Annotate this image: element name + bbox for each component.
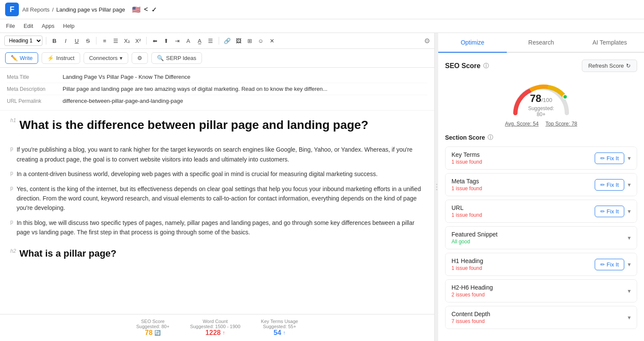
fix-it-button-0[interactable]: ✏ Fix It <box>595 153 624 164</box>
unordered-list-button[interactable]: ☰ <box>111 36 120 45</box>
score-item-chevron-4[interactable]: ▾ <box>628 261 631 268</box>
score-item-header-5[interactable]: H2-H6 Heading 2 issues found ▾ <box>445 280 637 302</box>
instruct-button[interactable]: ⚡ Instruct <box>42 52 80 64</box>
score-item-status-4: 1 issue found <box>451 265 483 271</box>
score-item-chevron-3[interactable]: ▾ <box>628 234 631 241</box>
flag-icon[interactable]: 🇺🇸 <box>132 6 141 14</box>
menu-file[interactable]: File <box>5 21 16 31</box>
score-item-header-2[interactable]: URL 1 issue found ✏ Fix It ▾ <box>445 200 637 222</box>
meta-title-label: Meta Title <box>7 74 63 80</box>
clear-format-button[interactable]: ✕ <box>267 36 277 45</box>
content-area[interactable]: h1 What is the difference between pillar… <box>0 111 434 314</box>
menu-apps[interactable]: Apps <box>41 21 55 31</box>
meta-desc-value[interactable]: Pillar page and landing page are two ama… <box>63 86 427 92</box>
section-info-icon[interactable]: ⓘ <box>488 134 493 141</box>
top-score-stat: Top Score: 78 <box>545 121 577 127</box>
settings-button[interactable]: ⚙ <box>132 52 148 64</box>
subscript-button[interactable]: X₂ <box>122 36 132 45</box>
paragraph-2[interactable]: pYes, content is the king of the interne… <box>10 184 424 213</box>
fix-it-button-2[interactable]: ✏ Fix It <box>595 206 624 217</box>
indent-button[interactable]: ⇥ <box>172 36 182 45</box>
paragraph-0[interactable]: pIf you're publishing a blog, you want t… <box>10 145 424 164</box>
p-text-2: Yes, content is the king of the internet… <box>17 184 424 213</box>
refresh-icon[interactable]: 🔄 <box>154 330 161 336</box>
meta-title-value[interactable]: Landing Page Vs Pillar Page - Know The D… <box>63 74 427 80</box>
menu-edit[interactable]: Edit <box>23 21 34 31</box>
underline-button[interactable]: U <box>72 36 81 45</box>
score-item-chevron-5[interactable]: ▾ <box>628 287 631 294</box>
score-item-header-6[interactable]: Content Depth 7 issues found ▾ <box>445 306 637 329</box>
highlight-button[interactable]: A <box>184 36 193 45</box>
tab-research[interactable]: Research <box>507 33 575 53</box>
meta-desc-label: Meta Description <box>7 86 63 92</box>
score-item-h2-h6-heading: H2-H6 Heading 2 issues found ▾ <box>445 279 637 302</box>
all-reports-link[interactable]: All Reports <box>22 6 50 13</box>
seo-info-icon[interactable]: ⓘ <box>483 62 489 70</box>
content-h1[interactable]: What is the difference between pillar pa… <box>19 117 368 133</box>
align-justify-button[interactable]: ☰ <box>206 36 215 45</box>
score-item-status-6: 7 issues found <box>451 318 490 324</box>
superscript-button[interactable]: X² <box>133 36 143 45</box>
tab-ai-templates[interactable]: AI Templates <box>575 33 644 53</box>
paragraph-3[interactable]: pIn this blog, we will discuss two speci… <box>10 218 424 237</box>
score-item-right-5: ▾ <box>628 287 631 294</box>
top-score-link[interactable]: Top Score: 78 <box>545 121 577 127</box>
check-icon[interactable]: ✓ <box>151 6 157 14</box>
score-item-left-5: H2-H6 Heading 2 issues found <box>451 284 493 298</box>
score-item-chevron-6[interactable]: ▾ <box>628 314 631 321</box>
seo-score-stat: SEO Score Suggested: 80+ 78 🔄 <box>136 319 169 337</box>
ordered-list-button[interactable]: ≡ <box>100 36 109 45</box>
toolbar-sep-3 <box>146 37 147 45</box>
connectors-button[interactable]: Connectors ▾ <box>84 52 128 64</box>
score-item-chevron-2[interactable]: ▾ <box>628 208 631 215</box>
resize-handle[interactable] <box>435 33 438 341</box>
score-item-chevron-0[interactable]: ▾ <box>628 155 631 162</box>
app-logo: F <box>5 3 19 16</box>
score-item-status-1: 1 issue found <box>451 185 482 191</box>
seo-score-suggested: Suggested: 80+ <box>136 324 169 329</box>
score-item-header-1[interactable]: Meta Tags 1 issue found ✏ Fix It ▾ <box>445 173 637 196</box>
align-left-button[interactable]: ⬅ <box>150 36 159 45</box>
score-item-name-2: URL <box>451 204 482 211</box>
score-item-chevron-1[interactable]: ▾ <box>628 181 631 188</box>
italic-button[interactable]: I <box>61 36 70 45</box>
fix-it-button-1[interactable]: ✏ Fix It <box>595 179 624 191</box>
gear-icon[interactable]: ⚙ <box>424 37 430 45</box>
fix-it-button-4[interactable]: ✏ Fix It <box>595 259 624 270</box>
word-count-suggested: Suggested: 1500 - 1900 <box>190 324 240 329</box>
p-marker-2: p <box>10 184 13 192</box>
bold-button[interactable]: B <box>50 36 59 45</box>
meta-url-value[interactable]: difference-between-pillar-page-and-landi… <box>63 98 427 104</box>
share-icon[interactable]: < <box>144 6 148 13</box>
toolbar-sep-2 <box>96 37 96 45</box>
drag-dots <box>436 184 437 190</box>
p-marker-3: p <box>10 218 13 226</box>
settings-icon: ⚙ <box>137 55 142 61</box>
score-item-header-4[interactable]: H1 Heading 1 issue found ✏ Fix It ▾ <box>445 253 637 275</box>
text-color-button[interactable]: A̲ <box>195 36 204 45</box>
strikethrough-button[interactable]: S <box>83 36 93 45</box>
align-center-button[interactable]: ⬆ <box>161 36 171 45</box>
tab-optimize[interactable]: Optimize <box>438 33 507 53</box>
avg-score-link[interactable]: Avg. Score: 54 <box>505 121 539 127</box>
score-item-status-0: 1 issue found <box>451 159 482 165</box>
serp-ideas-button[interactable]: 🔍 SERP Ideas <box>151 52 202 64</box>
score-item-name-6: Content Depth <box>451 311 490 317</box>
content-h2[interactable]: What is a pillar page? <box>19 248 116 260</box>
main-layout: Heading 1 Heading 2 Normal B I U S ≡ ☰ X… <box>0 33 644 341</box>
h2-block: h2 What is a pillar page? <box>10 242 424 260</box>
score-item-header-0[interactable]: Key Terms 1 issue found ✏ Fix It ▾ <box>445 147 637 169</box>
refresh-score-button[interactable]: Refresh Score ↻ <box>582 60 637 72</box>
paragraph-1[interactable]: pIn a content-driven business world, dev… <box>10 169 424 179</box>
p-text-0: If you're publishing a blog, you want to… <box>17 145 424 164</box>
score-item-header-3[interactable]: Featured Snippet All good ▾ <box>445 227 637 249</box>
toolbar-sep-4 <box>219 37 219 45</box>
breadcrumb-current: Landing page vs Pillar page <box>56 6 125 13</box>
write-button[interactable]: ✏️ Write <box>5 52 38 64</box>
table-button[interactable]: ⊞ <box>245 36 254 45</box>
menu-help[interactable]: Help <box>62 21 75 31</box>
heading-select[interactable]: Heading 1 Heading 2 Normal <box>4 36 42 46</box>
image-button[interactable]: 🖼 <box>234 36 243 45</box>
link-button[interactable]: 🔗 <box>223 36 232 45</box>
emoji-button[interactable]: ☺ <box>256 36 265 45</box>
